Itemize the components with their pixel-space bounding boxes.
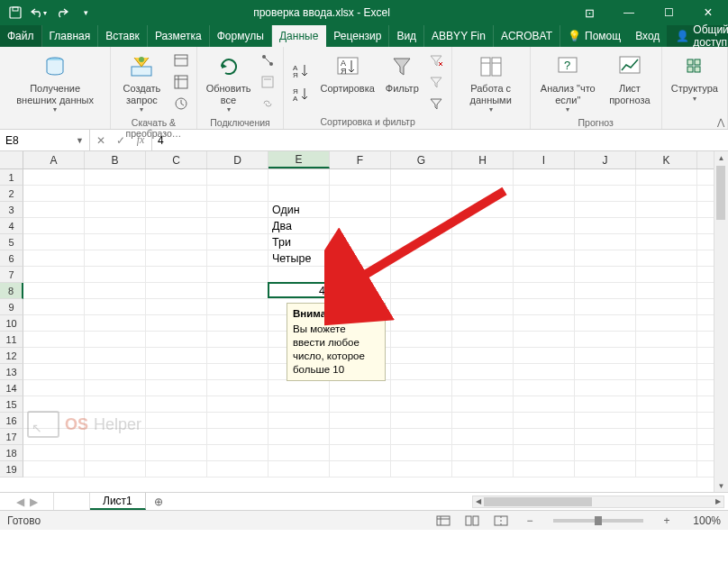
cell[interactable] <box>146 218 207 234</box>
cell[interactable] <box>23 283 85 299</box>
row-header[interactable]: 16 <box>0 413 23 429</box>
cell[interactable] <box>146 413 207 429</box>
cell[interactable] <box>391 332 452 348</box>
cell[interactable] <box>636 396 697 413</box>
row-header[interactable]: 17 <box>0 429 23 445</box>
cell[interactable] <box>85 348 146 364</box>
cell[interactable] <box>330 445 391 461</box>
tell-me[interactable]: 💡Помощ <box>560 25 628 47</box>
cell[interactable] <box>391 461 452 477</box>
cell[interactable] <box>514 445 575 461</box>
cell[interactable] <box>514 429 575 445</box>
scroll-thumb[interactable] <box>716 166 725 220</box>
cell[interactable] <box>391 380 452 396</box>
cell[interactable] <box>85 315 146 332</box>
row-header[interactable]: 3 <box>0 202 23 218</box>
cell[interactable] <box>575 299 636 315</box>
cell[interactable] <box>391 315 452 332</box>
share-button[interactable]: 👤Общий доступ <box>667 25 728 47</box>
cell[interactable] <box>391 186 452 202</box>
row-header[interactable]: 11 <box>0 332 23 348</box>
cell[interactable] <box>514 413 575 429</box>
cell[interactable] <box>330 380 391 396</box>
row-header[interactable]: 15 <box>0 396 23 413</box>
cell[interactable] <box>575 202 636 218</box>
horizontal-scrollbar[interactable]: ◀ ▶ <box>472 496 724 508</box>
prev-sheet-icon[interactable]: ◀ <box>16 496 24 508</box>
row-header[interactable]: 18 <box>0 445 23 461</box>
cell[interactable] <box>146 169 207 186</box>
cell[interactable] <box>391 218 452 234</box>
tab-data[interactable]: Данные <box>272 25 326 47</box>
cell[interactable] <box>575 186 636 202</box>
hscroll-thumb[interactable] <box>484 497 592 506</box>
zoom-level[interactable]: 100% <box>685 514 721 527</box>
cell[interactable] <box>207 461 268 477</box>
customize-qat-icon[interactable]: ▾ <box>76 3 96 23</box>
cell[interactable] <box>23 186 85 202</box>
cell[interactable] <box>85 445 146 461</box>
cell[interactable] <box>514 364 575 380</box>
cell[interactable] <box>330 396 391 413</box>
sort-asc-button[interactable]: АЯ <box>289 61 313 81</box>
cell[interactable] <box>23 348 85 364</box>
col-header[interactable]: D <box>207 151 268 168</box>
cell[interactable] <box>23 461 85 477</box>
cell[interactable] <box>23 332 85 348</box>
refresh-all-button[interactable]: Обновить все▾ <box>203 50 255 115</box>
cell[interactable] <box>575 332 636 348</box>
cell[interactable] <box>575 429 636 445</box>
cell[interactable] <box>514 218 575 234</box>
cell[interactable] <box>146 348 207 364</box>
data-tools-button[interactable]: Работа с данными▾ <box>458 50 524 125</box>
cell[interactable] <box>391 299 452 315</box>
cell[interactable] <box>146 429 207 445</box>
advanced-filter-button[interactable] <box>426 94 446 114</box>
cell[interactable] <box>391 234 452 250</box>
col-header[interactable]: F <box>330 151 391 168</box>
row-header[interactable]: 4 <box>0 218 23 234</box>
fill-handle[interactable] <box>326 296 332 301</box>
cell[interactable] <box>636 218 697 234</box>
cell[interactable] <box>268 445 330 461</box>
row-header[interactable]: 5 <box>0 234 23 250</box>
col-header[interactable]: I <box>514 151 575 168</box>
cell[interactable]: Два <box>268 218 330 234</box>
cell[interactable] <box>330 267 391 283</box>
zoom-in-button[interactable]: + <box>656 514 678 528</box>
collapse-ribbon-icon[interactable]: ⋀ <box>717 117 724 127</box>
cell[interactable] <box>268 267 330 283</box>
cell[interactable] <box>575 413 636 429</box>
scroll-left-icon[interactable]: ◀ <box>473 496 484 507</box>
cell[interactable] <box>452 186 514 202</box>
cell[interactable] <box>146 186 207 202</box>
cell[interactable] <box>575 445 636 461</box>
tab-home[interactable]: Главная <box>42 25 99 47</box>
redo-icon[interactable] <box>52 3 72 23</box>
cell[interactable] <box>452 218 514 234</box>
cell[interactable] <box>452 445 514 461</box>
cell[interactable] <box>85 202 146 218</box>
cell[interactable] <box>330 250 391 267</box>
cell[interactable] <box>636 186 697 202</box>
cell[interactable] <box>146 461 207 477</box>
row-header[interactable]: 13 <box>0 364 23 380</box>
scroll-right-icon[interactable]: ▶ <box>713 496 723 507</box>
col-header[interactable]: H <box>452 151 514 168</box>
cell[interactable] <box>636 250 697 267</box>
close-button[interactable]: × <box>688 0 728 25</box>
cell[interactable] <box>514 234 575 250</box>
cell[interactable] <box>575 250 636 267</box>
cancel-icon[interactable]: ✕ <box>94 133 108 148</box>
cell[interactable] <box>514 315 575 332</box>
undo-icon[interactable]: ▾ <box>29 3 49 23</box>
save-icon[interactable] <box>5 3 25 23</box>
page-layout-view-icon[interactable] <box>461 514 483 528</box>
col-header[interactable]: A <box>23 151 85 168</box>
cell[interactable] <box>452 299 514 315</box>
sheet-tab[interactable]: Лист1 <box>90 493 146 510</box>
scroll-up-icon[interactable]: ▲ <box>714 151 728 164</box>
cell[interactable] <box>207 186 268 202</box>
cell[interactable] <box>146 380 207 396</box>
new-query-button[interactable]: Создать запрос▾ <box>116 50 167 115</box>
